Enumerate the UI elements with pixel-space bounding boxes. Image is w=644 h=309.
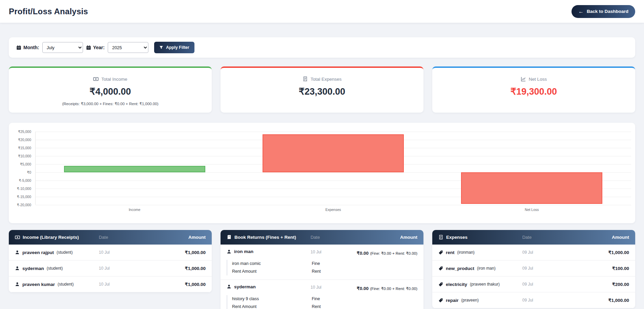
table-row[interactable]: syderman10 Jul₹0.00 (Fine: ₹0.00 + Rent:…: [221, 280, 423, 309]
table-row[interactable]: praveen kumar(student)10 Jul₹1,000.00: [9, 276, 212, 292]
bar-income: [64, 166, 205, 172]
sub-row-label: iron man comic: [232, 261, 312, 266]
summary-card-label-wrap: Total Expenses: [227, 76, 417, 82]
month-select[interactable]: July: [42, 42, 83, 53]
table-row[interactable]: iron man10 Jul₹0.00 (Fine: ₹0.00 + Rent:…: [221, 245, 423, 280]
chart-y-tick-label: ₹15,000: [9, 146, 31, 150]
row-amount: ₹1,000.00: [145, 250, 206, 255]
table-row[interactable]: repair(praveen)09 Jul₹1,000.00: [432, 292, 635, 308]
row-name: syderman: [227, 284, 311, 289]
row-sub-items: history 9 classFineRent AmountRent: [227, 295, 417, 309]
month-label-wrap: Month:: [16, 45, 39, 50]
table-row[interactable]: electricity(praveen thakur)09 Jul₹200.00: [432, 276, 635, 292]
row-amount-value: ₹0.00: [357, 286, 369, 291]
table-header-income-receipts: Income (Library Receipts)DateAmount: [9, 230, 212, 245]
receipt-icon: [438, 235, 443, 240]
back-to-dashboard-button[interactable]: ← Back to Dashboard: [572, 5, 635, 18]
table-book-returns: Book Returns (Fines + Rent)DateAmountiro…: [221, 230, 423, 309]
money-icon: [15, 235, 20, 240]
row-qualifier: (student): [47, 266, 63, 271]
chart-y-tick-label: ₹20,000: [9, 138, 31, 142]
summary-cards: Total Income₹4,000.00(Receipts: ₹3,000.0…: [9, 66, 635, 113]
row-amount: ₹1,000.00: [145, 282, 206, 287]
table-amount-column-header: Amount: [568, 235, 629, 240]
chart-icon: [521, 76, 526, 82]
row-date: 10 Jul: [311, 284, 356, 290]
row-name: repair(praveen): [438, 298, 522, 303]
table-title: Book Returns (Fines + Rent): [227, 235, 311, 240]
row-sub-items: iron man comicFineRent AmountRent: [227, 260, 417, 275]
row-name-label: electricity: [446, 282, 467, 287]
row-name-label: praveen rajput: [22, 250, 54, 255]
table-title-label: Expenses: [446, 235, 468, 240]
row-amount-note: (Fine: ₹0.00 + Rent: ₹0.00): [370, 287, 417, 291]
row-amount: ₹0.00 (Fine: ₹0.00 + Rent: ₹0.00): [356, 249, 417, 257]
row-name: praveen rajput(student): [15, 250, 99, 255]
row-amount: ₹1,000.00: [568, 250, 629, 255]
year-label: Year:: [93, 45, 105, 50]
profit-loss-bar-chart: IncomeExpensesNet Loss ₹25,000₹20,000₹15…: [9, 123, 635, 223]
table-date-column-header: Date: [99, 235, 145, 240]
row-date: 10 Jul: [99, 282, 145, 287]
person-icon: [15, 266, 20, 271]
summary-card-value: ₹23,300.00: [227, 86, 417, 97]
row-qualifier: (praveen thakur): [470, 282, 500, 287]
sub-row-type: Rent: [312, 269, 417, 274]
row-date: 09 Jul: [522, 266, 568, 271]
sub-row-label: Rent Amount: [232, 269, 312, 274]
year-select[interactable]: 2025: [108, 42, 148, 53]
row-name-label: repair: [446, 298, 459, 303]
book-icon: [227, 235, 232, 240]
summary-card-label-wrap: Total Income: [16, 76, 205, 82]
row-date: 09 Jul: [522, 298, 568, 303]
table-amount-column-header: Amount: [356, 235, 417, 240]
row-qualifier: (ironman): [457, 250, 475, 255]
chart-gridline: [36, 205, 631, 205]
row-name-label: syderman: [234, 284, 256, 289]
month-label: Month:: [23, 45, 39, 50]
summary-card-label: Total Income: [101, 77, 127, 82]
row-amount: ₹100.00: [568, 266, 629, 271]
row-amount: ₹1,000.00: [145, 266, 206, 271]
row-name-label: iron man: [234, 249, 253, 254]
summary-card-label: Net Loss: [529, 77, 547, 82]
table-row[interactable]: rent(ironman)09 Jul₹1,000.00: [432, 245, 635, 260]
table-header-expenses: ExpensesDateAmount: [432, 230, 635, 245]
summary-card-value: ₹4,000.00: [16, 86, 205, 97]
row-name: rent(ironman): [438, 250, 522, 255]
apply-filter-button[interactable]: Apply Filter: [154, 42, 194, 53]
year-label-wrap: Year:: [86, 45, 105, 50]
row-qualifier: (student): [58, 282, 74, 287]
table-title: Income (Library Receipts): [15, 235, 99, 240]
calendar-icon: [86, 45, 91, 50]
bar-net-loss: [461, 172, 602, 204]
sub-row-label: history 9 class: [232, 296, 312, 301]
sub-row-label: Rent Amount: [232, 304, 312, 309]
row-name: electricity(praveen thakur): [438, 282, 522, 287]
row-date: 10 Jul: [99, 250, 145, 255]
row-amount: ₹200.00: [568, 282, 629, 287]
calendar-icon: [16, 45, 21, 50]
table-amount-column-header: Amount: [145, 235, 206, 240]
row-name: iron man: [227, 249, 311, 254]
person-icon: [15, 250, 20, 255]
table-title-label: Book Returns (Fines + Rent): [234, 235, 296, 240]
row-date: 09 Jul: [522, 282, 568, 287]
table-row[interactable]: new_product(iron man)09 Jul₹100.00: [432, 260, 635, 276]
table-date-column-header: Date: [311, 235, 356, 240]
table-row[interactable]: praveen rajput(student)10 Jul₹1,000.00: [9, 245, 212, 260]
chart-gridline: [36, 132, 631, 132]
chart-y-tick-label: ₹-20,000: [9, 203, 31, 207]
chart-x-tick-label: Net Loss: [433, 208, 631, 212]
row-name-label: praveen kumar: [22, 282, 55, 287]
table-row[interactable]: syderman(student)10 Jul₹1,000.00: [9, 260, 212, 276]
filter-bar: Month: July Year: 2025 Apply Filter: [9, 37, 635, 58]
table-title: Expenses: [438, 235, 522, 240]
chart-y-tick-label: ₹25,000: [9, 130, 31, 134]
sub-row: Rent AmountRent: [227, 303, 417, 309]
receipt-icon: [303, 76, 308, 82]
row-name: syderman(student): [15, 266, 99, 271]
row-qualifier: (student): [57, 250, 72, 255]
tag-icon: [438, 266, 443, 271]
row-name: praveen kumar(student): [15, 282, 99, 287]
